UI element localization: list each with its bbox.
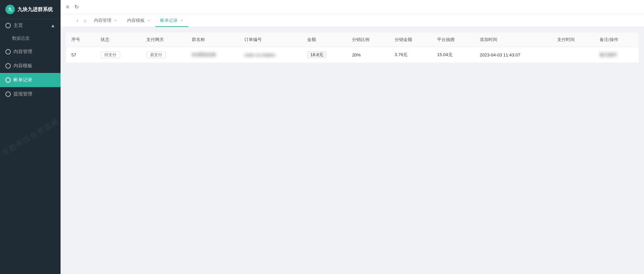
toolbar: ≡ ↻ [61,0,644,14]
order-no-blurred: order-no-hidden [244,52,276,57]
cell-group-name: Brit群组名称 [186,47,239,63]
sidebar-home-label: 主页 [13,23,23,29]
content-management-icon [5,49,11,54]
refresh-button[interactable]: ↻ [74,4,79,10]
withdraw-management-icon [5,91,11,97]
col-platform-fee: 平台抽拥 [432,33,474,47]
tab-bill-record[interactable]: 帐单记录 × [155,14,188,27]
col-commission-amount: 分销金额 [389,33,432,47]
col-commission-rate: 分销比例 [347,33,389,47]
tab-nav-left[interactable]: ‹ [74,16,81,25]
cell-commission-rate: 20% [347,47,389,63]
table-header-row: 序号 状态 支付网关 群名称 订单编号 金额 分销比例 分销金额 平台抽拥 添加… [66,33,639,47]
tab-content-management-close[interactable]: × [113,18,117,23]
cell-commission-amount: 3.76元 [389,47,432,63]
data-overview-label: 数据总览 [12,36,30,41]
sidebar-item-data-overview[interactable]: 数据总览 [0,32,61,45]
sidebar-item-content-template[interactable]: 内容模板 [0,59,61,73]
cell-platform-fee: 15.04元 [432,47,474,63]
bill-table-card: 序号 状态 支付网关 群名称 订单编号 金额 分销比例 分销金额 平台抽拥 添加… [66,33,639,63]
cell-amount: 18.8元 [302,47,347,63]
collapse-button[interactable]: ≡ [66,4,69,10]
cell-pay-time [552,47,594,63]
gateway-badge: 易支付 [146,51,166,58]
col-actions: 备注/操作 [594,33,639,47]
sidebar-item-home[interactable]: 主页 ▲ [0,19,61,32]
col-add-time: 添加时间 [474,33,552,47]
content-template-icon [5,63,11,69]
status-badge: 待支付 [101,51,120,58]
cell-order-no: order-no-hidden [239,47,302,63]
bill-record-icon [5,77,11,83]
actions-blurred: 备注操作 [600,52,617,57]
tab-content-template-label: 内容模板 [127,17,145,24]
tab-content-template[interactable]: 内容模板 × [122,14,155,27]
table-row: 57 待支付 易支付 Brit群组名称 order-no-hidden [66,47,639,63]
sidebar: 全都有综合资源网 九 九块九进群系统 主页 ▲ 数据总览 内容管理 内容模板 帐… [0,0,61,274]
tab-home-button[interactable]: ⌂ [81,16,89,25]
sidebar-item-withdraw-management[interactable]: 提现管理 [0,87,61,101]
cell-add-time: 2023-04-03 11:43:07 [474,47,552,63]
cell-gateway: 易支付 [141,47,186,63]
col-status: 状态 [95,33,141,47]
cell-status: 待支付 [95,47,141,63]
amount-badge: 18.8元 [307,51,326,58]
tab-bill-record-close[interactable]: × [180,18,184,23]
sidebar-item-content-management[interactable]: 内容管理 [0,45,61,59]
sidebar-item-bill-record[interactable]: 帐单记录 [0,73,61,87]
home-icon [5,23,11,28]
col-group-name: 群名称 [186,33,239,47]
col-gateway: 支付网关 [141,33,186,47]
logo-icon: 九 [5,5,15,14]
group-name-blurred: Brit群组名称 [192,52,216,57]
col-pay-time: 支付时间 [552,33,594,47]
tab-content-management-label: 内容管理 [94,17,111,24]
cell-seq: 57 [66,47,95,63]
sidebar-logo: 九 九块九进群系统 [0,0,61,19]
col-seq: 序号 [66,33,95,47]
bill-table: 序号 状态 支付网关 群名称 订单编号 金额 分销比例 分销金额 平台抽拥 添加… [66,33,639,63]
app-title: 九块九进群系统 [17,6,53,13]
tab-content-template-close[interactable]: × [147,18,151,23]
bill-record-label: 帐单记录 [13,77,32,83]
cell-actions: 备注操作 [594,47,639,63]
content-area: 序号 状态 支付网关 群名称 订单编号 金额 分销比例 分销金额 平台抽拥 添加… [61,27,644,274]
content-management-label: 内容管理 [13,49,32,55]
chevron-icon: ▲ [50,23,55,28]
col-amount: 金额 [302,33,347,47]
tab-content-management[interactable]: 内容管理 × [89,14,122,27]
content-template-label: 内容模板 [13,63,32,69]
tab-bar: ‹ ⌂ 内容管理 × 内容模板 × 帐单记录 × [61,14,644,27]
col-order-no: 订单编号 [239,33,302,47]
tab-bill-record-label: 帐单记录 [160,17,178,24]
main-area: ≡ ↻ ‹ ⌂ 内容管理 × 内容模板 × 帐单记录 × 序号 状态 [61,0,644,274]
withdraw-management-label: 提现管理 [13,91,32,97]
